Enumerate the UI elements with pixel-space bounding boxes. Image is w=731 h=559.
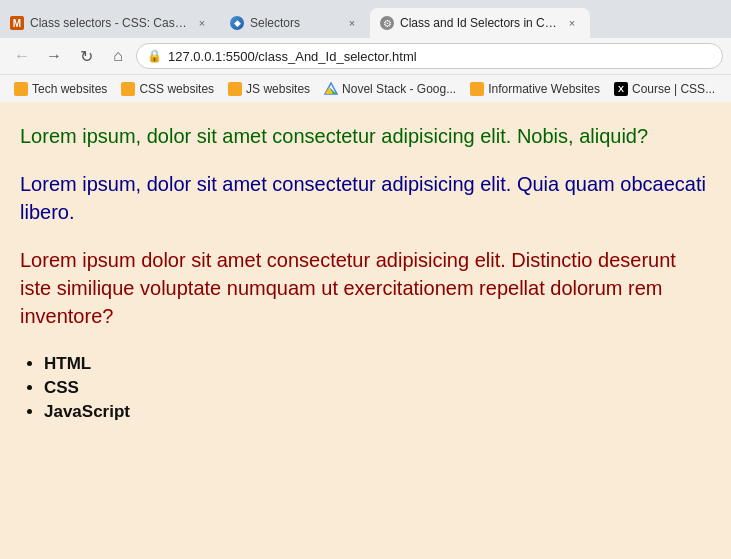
bookmark-course[interactable]: X Course | CSS... bbox=[608, 80, 721, 98]
bookmark-favicon-5 bbox=[470, 82, 484, 96]
nav-bar: ← → ↻ ⌂ 🔒 127.0.0.1:5500/class_And_Id_se… bbox=[0, 38, 731, 74]
tab-label-2: Selectors bbox=[250, 16, 338, 30]
address-bar[interactable]: 🔒 127.0.0.1:5500/class_And_Id_selector.h… bbox=[136, 43, 723, 69]
list-section: HTML CSS JavaScript bbox=[20, 354, 711, 422]
bookmark-label-4: Novel Stack - Goog... bbox=[342, 82, 456, 96]
bookmark-label-5: Informative Websites bbox=[488, 82, 600, 96]
tab-close-2[interactable]: × bbox=[344, 15, 360, 31]
tab-close-1[interactable]: × bbox=[194, 15, 210, 31]
lock-icon: 🔒 bbox=[147, 49, 162, 63]
bookmarks-bar: Tech websites CSS websites JS websites N… bbox=[0, 74, 731, 102]
bookmark-label-1: Tech websites bbox=[32, 82, 107, 96]
tab-selectors[interactable]: ◆ Selectors × bbox=[220, 8, 370, 38]
bookmark-label-6: Course | CSS... bbox=[632, 82, 715, 96]
back-button[interactable]: ← bbox=[8, 42, 36, 70]
tab-class-id-selectors[interactable]: ⚙ Class and Id Selectors in CSS × bbox=[370, 8, 590, 38]
bookmark-favicon-1 bbox=[14, 82, 28, 96]
tab-favicon-2: ◆ bbox=[230, 16, 244, 30]
bookmark-css-websites[interactable]: CSS websites bbox=[115, 80, 220, 98]
bookmark-js-websites[interactable]: JS websites bbox=[222, 80, 316, 98]
tab-label-3: Class and Id Selectors in CSS bbox=[400, 16, 558, 30]
bookmark-favicon-4 bbox=[324, 82, 338, 96]
paragraph-1: Lorem ipsum, dolor sit amet consectetur … bbox=[20, 122, 711, 150]
paragraph-3: Lorem ipsum dolor sit amet consectetur a… bbox=[20, 246, 711, 330]
address-text: 127.0.0.1:5500/class_And_Id_selector.htm… bbox=[168, 49, 417, 64]
page-content: Lorem ipsum, dolor sit amet consectetur … bbox=[0, 102, 731, 559]
tab-close-3[interactable]: × bbox=[564, 15, 580, 31]
list-item-html: HTML bbox=[44, 354, 711, 374]
tab-bar: M Class selectors - CSS: Cascading × ◆ S… bbox=[0, 0, 731, 38]
bookmark-favicon-2 bbox=[121, 82, 135, 96]
bookmark-label-3: JS websites bbox=[246, 82, 310, 96]
tab-class-selectors[interactable]: M Class selectors - CSS: Cascading × bbox=[0, 8, 220, 38]
tab-favicon-1: M bbox=[10, 16, 24, 30]
bookmark-novel-stack[interactable]: Novel Stack - Goog... bbox=[318, 80, 462, 98]
bookmark-informative[interactable]: Informative Websites bbox=[464, 80, 606, 98]
home-button[interactable]: ⌂ bbox=[104, 42, 132, 70]
bookmark-tech-websites[interactable]: Tech websites bbox=[8, 80, 113, 98]
forward-button[interactable]: → bbox=[40, 42, 68, 70]
paragraph-2: Lorem ipsum, dolor sit amet consectetur … bbox=[20, 170, 711, 226]
list-item-javascript: JavaScript bbox=[44, 402, 711, 422]
tab-label-1: Class selectors - CSS: Cascading bbox=[30, 16, 188, 30]
refresh-button[interactable]: ↻ bbox=[72, 42, 100, 70]
browser-chrome: M Class selectors - CSS: Cascading × ◆ S… bbox=[0, 0, 731, 102]
bookmark-label-2: CSS websites bbox=[139, 82, 214, 96]
list-item-css: CSS bbox=[44, 378, 711, 398]
tab-favicon-3: ⚙ bbox=[380, 16, 394, 30]
bookmark-favicon-6: X bbox=[614, 82, 628, 96]
bookmark-favicon-3 bbox=[228, 82, 242, 96]
